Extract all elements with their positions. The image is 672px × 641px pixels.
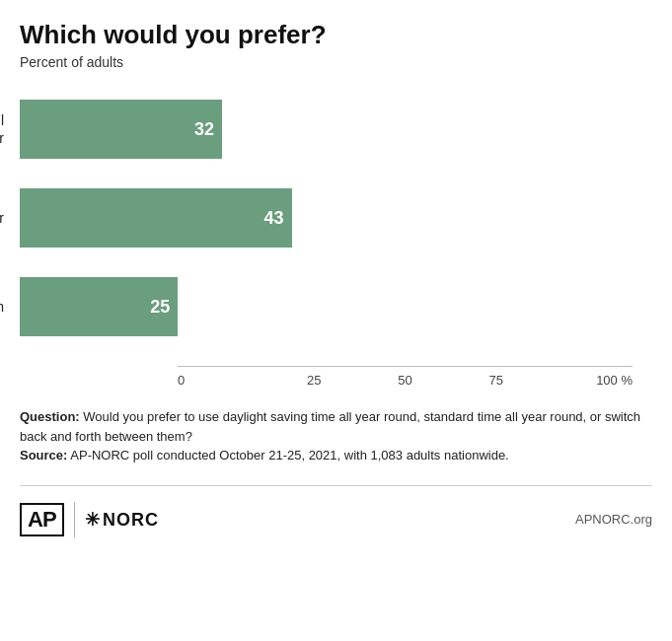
bar-row: Daylight saving time all year32 <box>20 100 652 159</box>
x-tick-25: 25 <box>268 373 359 388</box>
bar-value: 32 <box>194 119 214 140</box>
logo-left: AP ✳NORC <box>20 502 159 537</box>
logo-row: AP ✳NORC APNORC.org <box>20 502 652 537</box>
bar: 25 <box>20 277 178 336</box>
apnorc-url: APNORC.org <box>575 512 652 527</box>
bar-row: Switch back and forth25 <box>20 277 652 336</box>
footnote: Question: Would you prefer to use daylig… <box>20 407 652 465</box>
question-line: Question: Would you prefer to use daylig… <box>20 407 652 446</box>
x-tick-50: 50 <box>359 373 450 388</box>
ap-logo: AP <box>20 503 64 536</box>
bar-container: 32 <box>20 100 652 159</box>
x-tick-0: 0 <box>178 373 268 388</box>
source-label: Source: <box>20 448 67 463</box>
question-label: Question: <box>20 409 80 424</box>
norc-logo: ✳NORC <box>85 509 159 531</box>
bar-row: Standard time all year43 <box>20 188 652 248</box>
norc-text: NORC <box>103 510 159 530</box>
bar-label: Switch back and forth <box>0 298 20 316</box>
logo-divider-vertical <box>74 502 76 537</box>
bar-container: 43 <box>20 188 652 248</box>
bar: 32 <box>20 100 222 159</box>
question-text: Would you prefer to use daylight saving … <box>20 409 640 444</box>
bar: 43 <box>20 188 292 248</box>
source-line: Source: AP-NORC poll conducted October 2… <box>20 446 652 465</box>
x-tick-75: 75 <box>451 373 542 388</box>
source-text: AP-NORC poll conducted October 21-25, 20… <box>67 448 508 463</box>
chart-title: Which would you prefer? <box>20 20 652 50</box>
x-axis: 0 25 50 75 100 % <box>178 366 633 388</box>
x-tick-100: 100 % <box>542 373 633 388</box>
bar-label: Standard time all year <box>0 209 20 227</box>
chart-wrapper: Daylight saving time all year32Standard … <box>20 100 652 388</box>
bar-label: Daylight saving time all year <box>0 111 20 147</box>
bar-container: 25 <box>20 277 652 336</box>
bar-value: 25 <box>150 297 170 318</box>
chart-container: Which would you prefer? Percent of adult… <box>20 20 652 537</box>
bars-container: Daylight saving time all year32Standard … <box>20 100 652 336</box>
bar-value: 43 <box>264 208 284 229</box>
norc-star-icon: ✳ <box>85 510 101 530</box>
chart-subtitle: Percent of adults <box>20 54 652 70</box>
logo-divider <box>20 485 652 486</box>
